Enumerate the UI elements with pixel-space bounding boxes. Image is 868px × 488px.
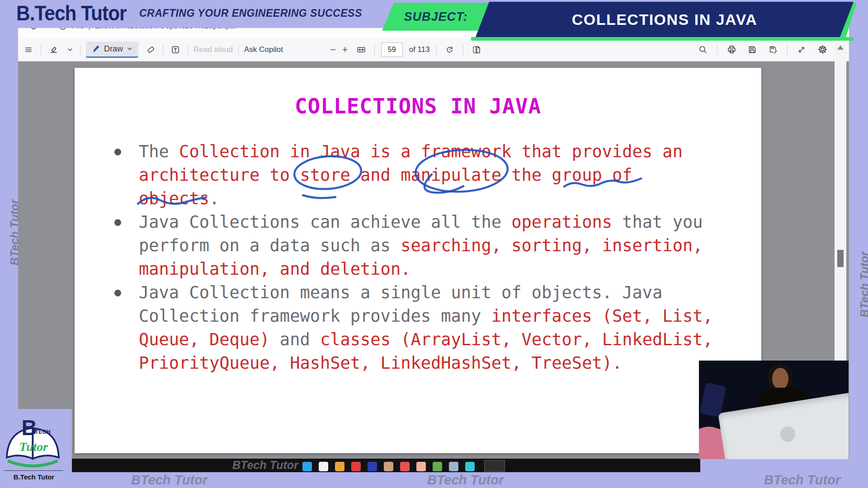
webcam-overlay xyxy=(699,361,849,459)
toolbar-divider xyxy=(188,44,188,55)
logo-caption: B.Tech Tutor xyxy=(0,473,68,481)
pen-icon xyxy=(92,45,100,53)
channel-logo-block: B TECH Tutor B.Tech Tutor xyxy=(0,409,72,488)
watermark: BTech Tutor xyxy=(131,473,208,488)
taskbar-app-icon[interactable] xyxy=(449,462,458,471)
bullet-dot xyxy=(114,149,121,155)
taskbar-app-icon[interactable] xyxy=(400,462,410,471)
svg-text:Tutor: Tutor xyxy=(19,440,48,454)
slide-text-line: The Collection in Java is a framework th… xyxy=(139,140,754,164)
slide-text-segment: operations xyxy=(511,212,612,232)
taskbar-active-window-button[interactable] xyxy=(484,460,505,472)
taskbar-app-icon[interactable] xyxy=(319,462,328,471)
highlighter-chevron-icon[interactable] xyxy=(66,42,75,57)
taskbar-app-icon[interactable] xyxy=(416,462,426,471)
draw-button[interactable]: Draw xyxy=(86,42,138,58)
taskbar-app-icon[interactable] xyxy=(368,462,377,471)
fit-to-width-icon[interactable] xyxy=(354,42,368,57)
slide-text-line: perform on a data such as searching, sor… xyxy=(139,234,754,258)
bullet-dot xyxy=(114,290,121,296)
slide-text-line: PriorityQueue, HashSet, LinkedHashSet, T… xyxy=(139,352,754,375)
scrollbar-up-arrow-icon[interactable] xyxy=(837,45,844,50)
taskbar-app-icon[interactable] xyxy=(433,462,442,471)
taskbar-app-icon[interactable] xyxy=(302,462,312,471)
svg-text:B: B xyxy=(22,416,37,440)
brand-title: B.Tech Tutor xyxy=(16,1,127,25)
slide-text-segment: The xyxy=(139,142,179,161)
slide-text-line: Java Collection means a single unit of o… xyxy=(139,281,754,305)
slide-bullet-list: The Collection in Java is a framework th… xyxy=(139,140,754,375)
taskbar-app-icon[interactable] xyxy=(465,462,475,471)
slide-text-segment: Collection in Java is a framework that p… xyxy=(179,142,683,161)
pdf-toolbar: Draw Read aloud Ask Copilot − + 59 of 11 xyxy=(18,38,849,61)
slide-text-segment: classes (ArrayList, Vector, LinkedList, xyxy=(320,330,713,349)
eraser-icon[interactable] xyxy=(144,42,157,57)
webcam-background-glow xyxy=(699,382,726,418)
taskbar-icons xyxy=(302,461,505,472)
rotate-icon[interactable] xyxy=(443,42,457,57)
watermark: BTech Tutor xyxy=(427,473,504,488)
webcam-person-face xyxy=(772,368,788,389)
slide-text-segment: architecture to store and manipulate the… xyxy=(139,165,632,185)
taskbar-app-icon[interactable] xyxy=(335,462,344,471)
slide-text-segment: Java Collection means a single unit of o… xyxy=(139,283,662,302)
bullet-dot xyxy=(114,219,121,226)
toolbar-divider xyxy=(238,44,239,55)
screen: COLLECTIONS IN JAVA The Collection in Ja… xyxy=(0,0,868,488)
zoom-out-button[interactable]: − xyxy=(330,44,336,56)
slide-text-segment: . xyxy=(209,189,219,208)
page-total-label: of 113 xyxy=(409,45,430,54)
highlighter-icon[interactable] xyxy=(47,42,60,57)
toolbar-divider xyxy=(374,44,375,55)
windows-taskbar[interactable]: BTech Tutor xyxy=(72,459,700,472)
read-aloud-button[interactable]: Read aloud xyxy=(193,45,233,54)
taskbar-watermark: BTech Tutor xyxy=(232,459,298,472)
toolbar-divider xyxy=(436,44,437,55)
slide-text-segment: Collection framework provides many xyxy=(139,306,491,326)
fullscreen-icon[interactable] xyxy=(795,42,808,57)
pdf-page: COLLECTIONS IN JAVA The Collection in Ja… xyxy=(75,68,761,453)
draw-chevron-icon[interactable] xyxy=(127,46,132,52)
slide-text-line: objects. xyxy=(139,187,754,211)
watermark-right: BTech Tutor xyxy=(858,239,868,330)
slide-text-line: Java Collections can achieve all the ope… xyxy=(139,211,754,234)
draw-button-label: Draw xyxy=(104,44,123,54)
subject-value-ribbon: COLLECTIONS IN JAVA xyxy=(476,2,854,37)
slide-text-segment: that you xyxy=(612,212,703,232)
slide-text-segment: perform on a data such as xyxy=(139,236,401,255)
page-number-input[interactable]: 59 xyxy=(381,42,403,57)
settings-gear-icon[interactable] xyxy=(816,42,829,57)
add-text-icon[interactable] xyxy=(169,42,182,57)
subject-label: SUBJECT: xyxy=(404,10,467,24)
print-icon[interactable] xyxy=(725,42,738,57)
slide-text-line: manipulation, and deletion. xyxy=(139,258,754,281)
zoom-in-button[interactable]: + xyxy=(342,44,348,56)
scrollbar-thumb[interactable] xyxy=(837,250,844,267)
slide-text-segment: objects xyxy=(139,189,209,208)
search-icon[interactable] xyxy=(696,42,710,57)
toolbar-divider xyxy=(80,44,80,55)
page-view-icon[interactable] xyxy=(470,42,483,57)
toolbar-divider xyxy=(463,44,463,55)
slide-text-line: Collection framework provides many inter… xyxy=(139,305,754,328)
brand-tagline: CRAFTING YOUR ENGINEERING SUCCESS xyxy=(139,7,362,19)
watermark: BTech Tutor xyxy=(764,473,840,488)
taskbar-app-icon[interactable] xyxy=(351,462,361,471)
slide-text-segment: manipulation, and deletion. xyxy=(139,259,410,279)
save-icon[interactable] xyxy=(745,42,759,57)
menu-icon[interactable] xyxy=(22,42,35,57)
svg-text:TECH: TECH xyxy=(35,429,51,435)
toolbar-divider xyxy=(717,44,717,55)
slide-title: COLLECTIONS IN JAVA xyxy=(75,94,761,118)
slide-text-segment: searching, sorting, insertion, xyxy=(401,236,703,255)
channel-logo-icon: B TECH Tutor xyxy=(0,409,68,468)
taskbar-app-icon[interactable] xyxy=(384,462,393,471)
slide-text-segment: interfaces (Set, List, xyxy=(491,306,713,326)
slide-text-segment: Queue, Deque) xyxy=(139,330,270,349)
ask-copilot-button[interactable]: Ask Copilot xyxy=(244,45,283,54)
save-as-icon[interactable] xyxy=(766,42,780,57)
slide-text-line: Queue, Deque) and classes (ArrayList, Ve… xyxy=(139,328,754,352)
toolbar-divider xyxy=(41,44,41,55)
toolbar-divider xyxy=(787,44,788,55)
slide-text-segment: Java Collections can achieve all the xyxy=(139,212,511,232)
